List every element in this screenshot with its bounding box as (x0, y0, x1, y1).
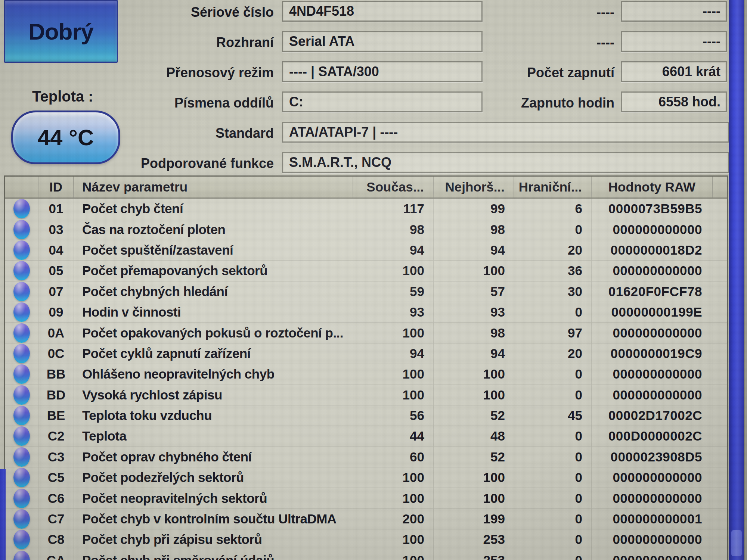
table-row[interactable]: 04 Počet spuštění/zastavení 94 94 20 000… (5, 240, 727, 261)
cell-current: 100 (353, 550, 434, 560)
cell-worst: 93 (434, 302, 514, 322)
cell-threshold: 97 (514, 323, 592, 343)
cell-spacer (713, 550, 727, 560)
cell-name: Počet spuštění/zastavení (74, 240, 353, 260)
cell-worst: 52 (434, 447, 514, 467)
status-ball-icon (13, 323, 30, 343)
cell-raw: 000000000000 (592, 529, 713, 550)
status-ball-icon (13, 489, 30, 508)
cell-current: 100 (353, 467, 434, 488)
cell-spacer (713, 405, 727, 426)
header-raw[interactable]: Hodnoty RAW (592, 177, 713, 197)
power-on-hours-field[interactable]: 6558 hod. (621, 91, 727, 112)
cell-current: 200 (353, 509, 434, 529)
cell-spacer (713, 509, 727, 529)
table-row[interactable]: C6 Počet neopravitelných sektorů 100 100… (5, 488, 727, 508)
table-row[interactable]: C7 Počet chyb v kontrolním součtu UltraD… (5, 509, 727, 529)
cell-name: Počet chyb při směrování údajů (74, 550, 353, 560)
table-row[interactable]: CA Počet chyb při směrování údajů 100 25… (5, 550, 727, 560)
serial-number-field[interactable]: 4ND4F518 (282, 1, 483, 22)
cell-worst: 57 (434, 281, 514, 302)
cell-current: 100 (353, 488, 434, 508)
cell-raw: 0000073B59B5 (592, 199, 713, 219)
standard-field[interactable]: ATA/ATAPI-7 | ---- (282, 122, 729, 143)
table-row[interactable]: 0C Počet cyklů zapnutí zařízení 94 94 20… (5, 343, 727, 364)
cell-current: 59 (353, 281, 434, 302)
cell-name: Počet neopravitelných sektorů (74, 488, 353, 508)
status-ball-icon (13, 220, 30, 239)
cell-id: 07 (38, 281, 74, 302)
cell-id: C2 (38, 426, 74, 446)
interface-value: Serial ATA (289, 34, 354, 49)
cell-threshold: 0 (514, 364, 592, 384)
drive-letters-label: Písmena oddílů (106, 95, 274, 111)
status-ball-icon (13, 447, 30, 467)
table-row[interactable]: C8 Počet chyb při zápisu sektorů 100 253… (5, 529, 727, 550)
cell-current: 100 (353, 529, 434, 550)
cell-spacer (713, 302, 727, 322)
smart-attributes-table: ID Název parametru Součas... Nejhorš... … (4, 175, 728, 560)
cell-name: Počet chyb při zápisu sektorů (74, 529, 353, 550)
cell-current: 100 (353, 261, 434, 281)
cell-id: 01 (38, 199, 74, 219)
header-name[interactable]: Název parametru (74, 177, 353, 197)
health-status-badge: Dobrý (4, 0, 118, 63)
cell-threshold: 0 (514, 529, 592, 550)
supported-features-field[interactable]: S.M.A.R.T., NCQ (282, 152, 729, 173)
cell-status (5, 364, 38, 384)
scrollbar-thumb[interactable] (731, 530, 742, 556)
standard-value: ATA/ATAPI-7 | ---- (289, 124, 398, 140)
header-threshold[interactable]: Hraniční... (514, 177, 592, 197)
header-id[interactable]: ID (38, 177, 74, 197)
status-ball-icon (13, 385, 30, 405)
cell-current: 94 (353, 343, 434, 364)
cell-raw: 0000023908D5 (592, 447, 713, 467)
table-row[interactable]: C3 Počet oprav chybného čtení 60 52 0 00… (5, 447, 727, 467)
transfer-mode-field[interactable]: ---- | SATA/300 (282, 61, 483, 82)
table-row[interactable]: BB Ohlášeno neopravitelných chyb 100 100… (5, 364, 727, 385)
power-on-count-field[interactable]: 6601 krát (621, 61, 727, 82)
header-current[interactable]: Součas... (353, 177, 434, 197)
cell-raw: 00002D17002C (592, 405, 713, 426)
unused-counter-2-field[interactable]: ---- (621, 31, 727, 52)
interface-label: Rozhraní (106, 35, 274, 50)
cell-raw: 01620F0FCF78 (592, 281, 713, 302)
status-ball-icon (13, 468, 30, 487)
table-row[interactable]: 03 Čas na roztočení ploten 98 98 0 00000… (5, 219, 727, 240)
cell-status (5, 261, 38, 281)
cell-raw: 000000000000 (592, 467, 713, 488)
cell-threshold: 20 (514, 240, 592, 260)
temperature-value: 44 °C (38, 125, 94, 150)
drive-letters-field[interactable]: C: (282, 91, 483, 112)
cell-spacer (713, 323, 727, 343)
status-ball-icon (13, 261, 30, 280)
header-worst[interactable]: Nejhorš... (434, 177, 514, 197)
table-row[interactable]: 09 Hodin v činnosti 93 93 0 00000000199E (5, 302, 727, 323)
table-row[interactable]: 0A Počet opakovaných pokusů o roztočení … (5, 323, 727, 343)
cell-worst: 99 (434, 199, 514, 219)
cell-status (5, 529, 38, 550)
table-row[interactable]: BD Vysoká rychlost zápisu 100 100 0 0000… (5, 385, 727, 405)
table-row[interactable]: 01 Počet chyb čtení 117 99 6 0000073B59B… (5, 199, 727, 219)
interface-field[interactable]: Serial ATA (282, 31, 483, 52)
cell-status (5, 323, 38, 343)
cell-worst: 98 (434, 323, 514, 343)
unused-counter-1-field[interactable]: ---- (621, 1, 727, 22)
cell-worst: 94 (434, 240, 514, 260)
table-row[interactable]: C2 Teplota 44 48 0 000D0000002C (5, 426, 727, 447)
cell-spacer (713, 281, 727, 302)
cell-threshold: 0 (514, 426, 592, 446)
cell-id: BD (38, 385, 74, 405)
cell-current: 117 (353, 199, 434, 219)
cell-status (5, 426, 38, 446)
table-row[interactable]: 05 Počet přemapovaných sektorů 100 100 3… (5, 261, 727, 281)
table-row[interactable]: C5 Počet podezřelých sektorů 100 100 0 0… (5, 467, 727, 488)
unused-counter-2-label: ---- (465, 35, 614, 50)
cell-name: Čas na roztočení ploten (74, 219, 353, 239)
cell-name: Hodin v činnosti (74, 302, 353, 322)
table-row[interactable]: 07 Počet chybných hledání 59 57 30 01620… (5, 281, 727, 302)
window-left-border (0, 469, 6, 560)
table-row[interactable]: BE Teplota toku vzduchu 56 52 45 00002D1… (5, 405, 727, 426)
cell-spacer (713, 385, 727, 405)
header-icon-column (5, 177, 38, 197)
